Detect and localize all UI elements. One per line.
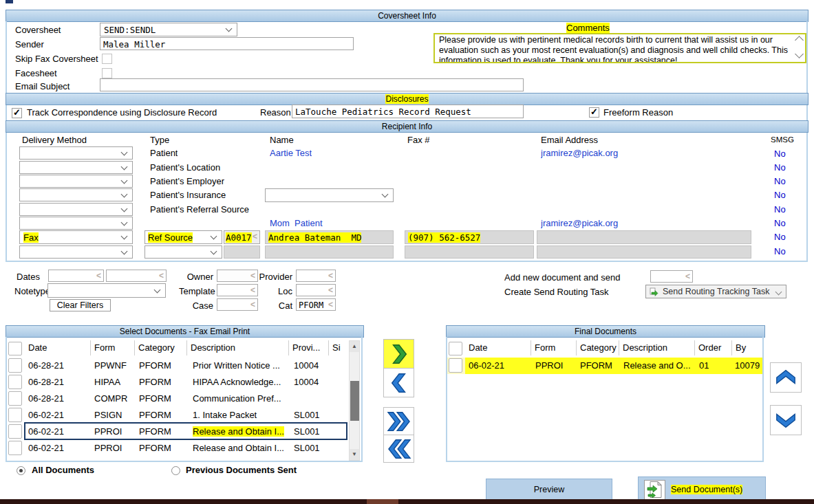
delivery-dropdown-fax[interactable]: Fax — [19, 230, 133, 244]
final-col-date[interactable]: Date — [465, 340, 531, 355]
final-row-1-order[interactable]: 01 — [699, 360, 709, 371]
final-header-checkbox[interactable] — [449, 342, 462, 355]
freeform-reason-checkbox[interactable] — [589, 107, 599, 118]
select-row-3-form[interactable]: COMPR — [94, 393, 127, 404]
select-row-4-date[interactable]: 06-02-21 — [28, 410, 64, 420]
loc-field[interactable]: < — [296, 284, 336, 296]
select-row-2-description[interactable]: HIPAA Acknowledge... — [193, 377, 288, 387]
ref-source-code-field[interactable]: A0017 < — [224, 230, 260, 244]
previous-documents-label[interactable]: Previous Documents Sent — [186, 465, 297, 475]
final-row-1-form[interactable]: PPROI — [535, 360, 563, 371]
notetype-dropdown[interactable] — [47, 283, 166, 298]
delivery-dropdown-8[interactable] — [19, 245, 133, 259]
scrollbar-up-icon[interactable]: ▲ — [350, 341, 359, 352]
select-row-2-checkbox[interactable] — [8, 375, 22, 389]
select-row-3-description[interactable]: Communication Pref... — [193, 393, 288, 404]
mom-email-link[interactable]: jramirez@picak.org — [541, 218, 618, 228]
select-col-date[interactable]: Date — [25, 340, 91, 355]
move-right-button[interactable] — [383, 339, 414, 369]
select-col-signed[interactable]: Si — [329, 340, 347, 355]
delivery-dropdown-6[interactable] — [19, 217, 133, 230]
patient-email-link[interactable]: jramirez@picak.org — [541, 148, 618, 158]
provider-field[interactable]: < — [296, 270, 336, 282]
final-col-category[interactable]: Category — [577, 340, 619, 355]
move-all-left-button[interactable] — [383, 435, 414, 463]
select-row-3-checkbox[interactable] — [8, 391, 22, 406]
select-row-1-date[interactable]: 06-28-21 — [28, 360, 64, 371]
select-row-5-provider[interactable]: SL001 — [294, 426, 320, 437]
select-documents-scrollbar[interactable]: ▲ ▼ — [349, 340, 360, 461]
case-field[interactable]: < — [217, 298, 258, 311]
select-row-4-provider[interactable]: SL001 — [294, 410, 320, 420]
clear-filters-button[interactable]: Clear Filters — [50, 299, 111, 311]
date-to-field[interactable]: < — [106, 270, 167, 282]
select-row-1-provider[interactable]: 10004 — [294, 360, 319, 371]
send-documents-icon-box[interactable] — [644, 480, 665, 501]
patient-name-link[interactable]: Aartie Test — [270, 148, 312, 158]
template-lookup-icon[interactable]: < — [250, 285, 255, 295]
select-row-1-description[interactable]: Prior Written Notice ... — [193, 360, 288, 371]
select-row-5-date[interactable]: 06-02-21 — [28, 426, 64, 437]
select-row-4-checkbox[interactable] — [8, 408, 22, 422]
ref-source-lookup-icon[interactable]: < — [253, 232, 257, 241]
select-row-3-date[interactable]: 06-28-21 — [28, 393, 64, 404]
final-row-1-date[interactable]: 06-02-21 — [469, 360, 504, 371]
final-col-by[interactable]: By — [732, 340, 762, 355]
cat-lookup-icon[interactable]: < — [328, 300, 333, 309]
loc-lookup-icon[interactable]: < — [328, 285, 333, 295]
date-to-lookup-icon[interactable]: < — [159, 271, 164, 281]
select-row-2-form[interactable]: HIPAA — [94, 377, 120, 387]
select-row-1-form[interactable]: PPWNF — [94, 360, 127, 371]
select-row-1-checkbox[interactable] — [8, 358, 22, 373]
select-row-2-provider[interactable]: 10004 — [294, 377, 319, 387]
select-row-6-category[interactable]: PFORM — [139, 443, 171, 453]
select-row-4-category[interactable]: PFORM — [139, 410, 171, 420]
delivery-dropdown-2[interactable] — [19, 161, 133, 174]
select-row-5-checkbox[interactable] — [8, 424, 22, 439]
mom-patient-link[interactable]: Mom Patient — [270, 218, 323, 228]
select-row-6-provider[interactable]: SL001 — [294, 443, 320, 453]
select-row-3-category[interactable]: PFORM — [139, 393, 171, 404]
delivery-dropdown-4[interactable] — [19, 188, 133, 201]
select-col-description[interactable]: Description — [187, 340, 289, 355]
template-field[interactable]: < — [217, 284, 258, 296]
final-col-form[interactable]: Form — [531, 340, 577, 355]
delivery-dropdown-5[interactable] — [19, 203, 133, 216]
move-all-right-button[interactable] — [383, 407, 414, 435]
comments-textarea[interactable]: Please provide us with pertinent medical… — [433, 33, 806, 63]
previous-documents-radio[interactable] — [171, 466, 180, 475]
ref-source-dropdown[interactable]: Ref Source — [144, 230, 222, 244]
sender-input[interactable]: Malea Miller — [100, 37, 354, 50]
select-col-category[interactable]: Category — [135, 340, 187, 355]
send-routing-tracking-task-button[interactable]: Send Routing Tracking Task — [645, 285, 786, 298]
select-row-5-form[interactable]: PPROI — [94, 426, 122, 437]
select-row-1-category[interactable]: PFORM — [139, 360, 171, 371]
final-row-1-by[interactable]: 10079 — [735, 360, 760, 371]
insurance-dropdown[interactable] — [265, 188, 394, 202]
all-documents-radio[interactable] — [17, 466, 25, 475]
add-new-document-field[interactable]: < — [650, 270, 693, 283]
scrollbar-down-icon[interactable]: ▼ — [350, 449, 359, 460]
all-documents-label[interactable]: All Documents — [32, 465, 94, 475]
type-dropdown-8[interactable] — [144, 245, 222, 259]
move-left-button[interactable] — [383, 368, 414, 397]
track-correspondence-checkbox[interactable] — [12, 108, 22, 118]
move-down-button[interactable] — [770, 405, 802, 435]
reason-input[interactable]: LaTouche Pediatrics Record Request — [292, 105, 524, 118]
select-row-5-category[interactable]: PFORM — [139, 426, 171, 437]
select-row-2-category[interactable]: PFORM — [139, 377, 171, 387]
case-lookup-icon[interactable]: < — [250, 300, 255, 309]
select-row-4-description[interactable]: 1. Intake Packet — [193, 410, 288, 420]
date-from-field[interactable]: < — [48, 270, 104, 282]
skip-fax-coversheet-checkbox[interactable] — [102, 54, 112, 64]
final-row-1-checkbox[interactable] — [449, 358, 462, 373]
select-row-6-checkbox[interactable] — [8, 441, 22, 455]
select-col-provider[interactable]: Provi... — [289, 340, 329, 355]
preview-button[interactable]: Preview — [486, 479, 612, 500]
delivery-dropdown-1[interactable] — [19, 146, 133, 160]
provider-lookup-icon[interactable]: < — [328, 271, 333, 281]
email-subject-input[interactable] — [100, 78, 524, 91]
scrollbar-thumb[interactable] — [350, 381, 359, 421]
select-row-6-description[interactable]: Release and Obtain I... — [193, 443, 288, 453]
final-col-order[interactable]: Order — [695, 340, 732, 355]
